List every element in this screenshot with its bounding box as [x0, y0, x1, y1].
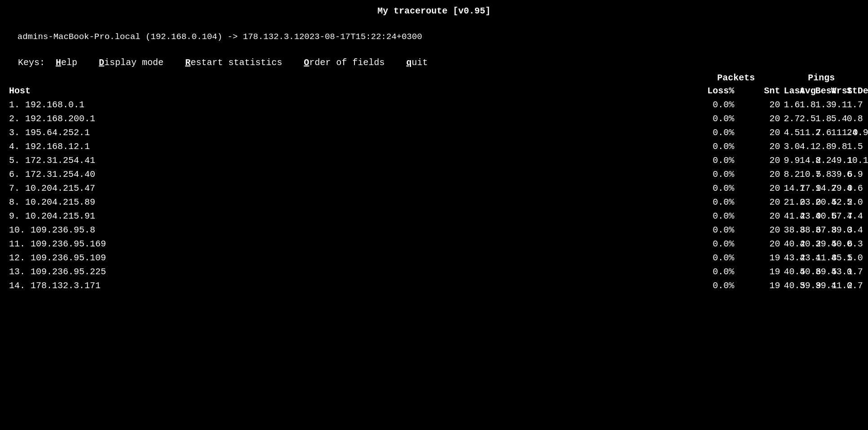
- table-row: 9. 10.204.215.910.0%2041.243.040.657.74.…: [7, 209, 861, 223]
- cell-snt: 20: [736, 223, 782, 237]
- cell-last: 8.2: [782, 167, 798, 181]
- cell-snt: 20: [736, 140, 782, 154]
- cell-best: 37.8: [814, 223, 829, 237]
- cell-avg: 17.9: [798, 181, 814, 195]
- key-restart: estart statistics: [190, 57, 282, 68]
- cell-stdev: 0.7: [845, 265, 861, 279]
- cell-snt: 20: [736, 154, 782, 167]
- cell-host: 12. 109.236.95.109: [7, 251, 690, 265]
- key-o[interactable]: O: [304, 57, 309, 68]
- cell-wrst: 40.6: [829, 237, 845, 251]
- col-header-stdev: StDev: [845, 84, 861, 98]
- cell-last: 40.5: [782, 265, 798, 279]
- cell-last: 14.7: [782, 181, 798, 195]
- table-row: 5. 172.31.254.410.0%209.914.28.249.110.1: [7, 154, 861, 167]
- cell-wrst: 49.1: [829, 154, 845, 167]
- cell-avg: 40.2: [798, 237, 814, 251]
- cell-last: 43.2: [782, 251, 798, 265]
- cell-wrst: 41.2: [829, 279, 845, 293]
- cell-host: 10. 109.236.95.8: [7, 223, 690, 237]
- cell-loss: 0.0%: [690, 209, 736, 223]
- cell-loss: 0.0%: [690, 167, 736, 181]
- cell-loss: 0.0%: [690, 237, 736, 251]
- table-row: 10. 109.236.95.80.0%2038.838.637.839.30.…: [7, 223, 861, 237]
- cell-loss: 0.0%: [690, 140, 736, 154]
- cell-loss: 0.0%: [690, 223, 736, 237]
- cell-loss: 0.0%: [690, 265, 736, 279]
- packets-group-header: Packets: [690, 71, 782, 84]
- cell-best: 39.1: [814, 279, 829, 293]
- cell-stdev: 1.7: [845, 98, 861, 112]
- cell-last: 2.7: [782, 112, 798, 126]
- cell-loss: 0.0%: [690, 181, 736, 195]
- cell-wrst: 39.3: [829, 223, 845, 237]
- cell-avg: 4.1: [798, 140, 814, 154]
- key-d[interactable]: D: [99, 57, 104, 68]
- cell-loss: 0.0%: [690, 126, 736, 140]
- cell-wrst: 43.1: [829, 265, 845, 279]
- key-spacer-1: [77, 57, 99, 68]
- key-q[interactable]: q: [406, 57, 412, 68]
- col-header-snt: Snt: [736, 84, 782, 98]
- col-header-loss: Loss%: [690, 84, 736, 98]
- cell-wrst: 45.5: [829, 251, 845, 265]
- cell-host: 1. 192.168.0.1: [7, 98, 690, 112]
- cell-last: 40.2: [782, 237, 798, 251]
- table-row: 14. 178.132.3.1710.0%1940.539.939.141.20…: [7, 279, 861, 293]
- col-header-avg: Avg: [798, 84, 814, 98]
- cell-snt: 20: [736, 167, 782, 181]
- column-header-row: Host Loss% Snt Last Avg Best Wrst StDev: [7, 84, 861, 98]
- cell-stdev: 1.5: [845, 140, 861, 154]
- table-row: 3. 195.64.252.10.0%204.511.72.6111.024.9: [7, 126, 861, 140]
- cell-host: 3. 195.64.252.1: [7, 126, 690, 140]
- source-line: admins-MacBook-Pro.local (192.168.0.104)…: [7, 18, 861, 43]
- cell-avg: 38.6: [798, 223, 814, 237]
- cell-last: 4.5: [782, 126, 798, 140]
- cell-snt: 20: [736, 195, 782, 209]
- key-r[interactable]: R: [185, 57, 190, 68]
- cell-best: 7.8: [814, 167, 829, 181]
- cell-wrst: 5.4: [829, 112, 845, 126]
- key-h[interactable]: H: [56, 57, 61, 68]
- cell-loss: 0.0%: [690, 98, 736, 112]
- cell-avg: 14.2: [798, 154, 814, 167]
- cell-host: 7. 10.204.215.47: [7, 181, 690, 195]
- cell-snt: 20: [736, 112, 782, 126]
- key-display: isplay mode: [104, 57, 164, 68]
- cell-stdev: 5.0: [845, 195, 861, 209]
- cell-loss: 0.0%: [690, 251, 736, 265]
- cell-host: 9. 10.204.215.91: [7, 209, 690, 223]
- cell-avg: 43.1: [798, 251, 814, 265]
- cell-avg: 1.8: [798, 98, 814, 112]
- cell-last: 9.9: [782, 154, 798, 167]
- cell-snt: 19: [736, 265, 782, 279]
- cell-host: 8. 10.204.215.89: [7, 195, 690, 209]
- table-row: 11. 109.236.95.1690.0%2040.240.239.540.6…: [7, 237, 861, 251]
- cell-avg: 2.5: [798, 112, 814, 126]
- cell-last: 40.5: [782, 279, 798, 293]
- col-header-host: Host: [7, 84, 690, 98]
- cell-last: 41.2: [782, 209, 798, 223]
- cell-stdev: 0.8: [845, 112, 861, 126]
- cell-last: 1.6: [782, 98, 798, 112]
- cell-snt: 20: [736, 209, 782, 223]
- app-title: My traceroute [v0.95]: [377, 6, 491, 16]
- cell-best: 8.2: [814, 154, 829, 167]
- cell-wrst: 29.0: [829, 181, 845, 195]
- table-body: 1. 192.168.0.10.0%201.61.81.39.11.7 2. 1…: [7, 98, 861, 293]
- cell-loss: 0.0%: [690, 279, 736, 293]
- cell-last: 21.0: [782, 195, 798, 209]
- table-row: 2. 192.168.200.10.0%202.72.51.85.40.8: [7, 112, 861, 126]
- cell-best: 40.6: [814, 209, 829, 223]
- cell-stdev: 10.1: [845, 154, 861, 167]
- cell-avg: 10.5: [798, 167, 814, 181]
- cell-snt: 20: [736, 98, 782, 112]
- cell-snt: 20: [736, 126, 782, 140]
- cell-host: 2. 192.168.200.1: [7, 112, 690, 126]
- cell-wrst: 57.7: [829, 209, 845, 223]
- key-spacer-2: [164, 57, 185, 68]
- cell-snt: 20: [736, 237, 782, 251]
- traceroute-table: Packets Pings Host Loss% Snt Last Avg Be…: [7, 71, 861, 293]
- col-header-last: Last: [782, 84, 798, 98]
- group-header-row: Packets Pings: [7, 71, 861, 84]
